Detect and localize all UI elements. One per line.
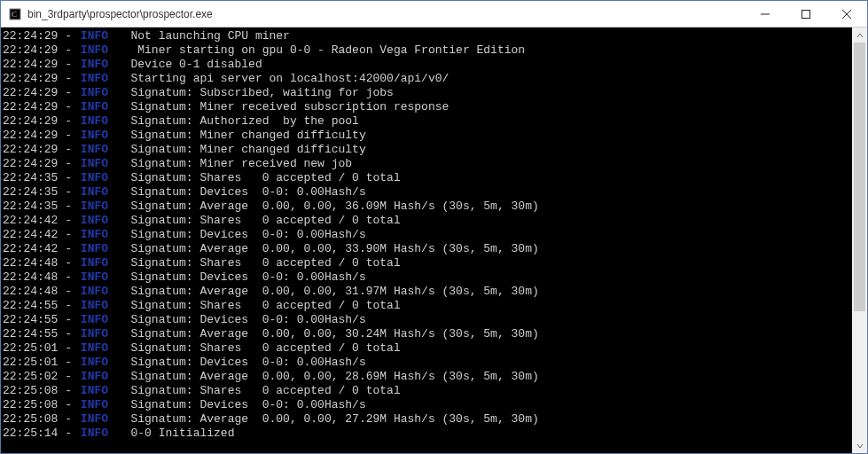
log-level: INFO <box>79 299 110 312</box>
log-message: Signatum: Shares 0 accepted / 0 total <box>124 299 401 312</box>
svg-text:C: C <box>12 10 17 19</box>
log-timestamp: 22:25:08 <box>3 398 58 411</box>
log-timestamp: 22:25:01 <box>3 356 58 369</box>
window-title: bin_3rdparty\prospector\prospector.exe <box>27 8 745 20</box>
log-message: Starting api server on localhost:42000/a… <box>124 72 450 85</box>
log-level: INFO <box>79 356 110 369</box>
log-line: 22:24:55 - INFO Signatum: Average 0.00, … <box>3 327 852 341</box>
log-level: INFO <box>79 100 110 114</box>
log-line: 22:25:01 - INFO Signatum: Shares 0 accep… <box>3 341 852 356</box>
log-separator: - <box>58 72 78 85</box>
scrollbar-thumb[interactable] <box>854 43 865 311</box>
log-line: 22:24:55 - INFO Signatum: Devices 0-0: 0… <box>3 313 852 327</box>
maximize-button[interactable] <box>786 1 826 27</box>
log-separator: - <box>58 157 78 170</box>
log-timestamp: 22:25:08 <box>3 412 58 426</box>
log-separator: - <box>58 200 78 213</box>
log-level: INFO <box>79 214 110 227</box>
log-line: 22:25:08 - INFO Signatum: Shares 0 accep… <box>3 384 852 398</box>
log-timestamp: 22:24:42 <box>3 214 58 227</box>
log-separator: - <box>58 398 78 411</box>
app-icon: C <box>8 7 22 21</box>
log-line: 22:24:35 - INFO Signatum: Average 0.00, … <box>3 200 852 214</box>
log-separator: - <box>58 43 78 57</box>
log-line: 22:24:29 - INFO Signatum: Miner changed … <box>3 143 852 157</box>
log-message: Signatum: Average 0.00, 0.00, 28.69M Has… <box>124 370 539 383</box>
close-button[interactable] <box>826 1 867 27</box>
log-gap <box>110 86 124 99</box>
log-line: 22:25:01 - INFO Signatum: Devices 0-0: 0… <box>3 356 852 370</box>
log-separator: - <box>58 256 78 270</box>
log-timestamp: 22:24:35 <box>3 185 58 199</box>
log-gap <box>110 370 124 383</box>
log-gap <box>110 43 124 57</box>
log-separator: - <box>58 299 78 312</box>
log-line: 22:25:08 - INFO Signatum: Average 0.00, … <box>3 412 852 427</box>
log-separator: - <box>58 356 78 369</box>
log-message: Signatum: Shares 0 accepted / 0 total <box>124 214 401 227</box>
log-timestamp: 22:24:29 <box>3 143 58 156</box>
log-gap <box>110 228 124 241</box>
log-line: 22:24:29 - INFO Miner starting on gpu 0-… <box>3 43 852 58</box>
log-separator: - <box>58 285 78 298</box>
log-message: Signatum: Average 0.00, 0.00, 30.24M Has… <box>124 327 539 340</box>
log-message: Signatum: Shares 0 accepted / 0 total <box>124 341 401 355</box>
log-level: INFO <box>79 200 110 213</box>
log-line: 22:24:35 - INFO Signatum: Shares 0 accep… <box>3 171 852 185</box>
scroll-up-button[interactable] <box>852 27 867 43</box>
log-timestamp: 22:25:08 <box>3 384 58 397</box>
log-message: Signatum: Authorized by the pool <box>124 114 359 128</box>
log-separator: - <box>58 427 78 440</box>
log-line: 22:24:29 - INFO Device 0-1 disabled <box>3 58 852 72</box>
log-timestamp: 22:25:02 <box>3 370 58 383</box>
title-bar[interactable]: C bin_3rdparty\prospector\prospector.exe <box>1 1 867 27</box>
log-message: 0-0 Initialized <box>124 427 235 440</box>
scrollbar-track[interactable] <box>852 43 867 438</box>
log-gap <box>110 285 124 298</box>
log-level: INFO <box>79 370 110 383</box>
log-message: Signatum: Average 0.00, 0.00, 36.09M Has… <box>124 200 539 213</box>
log-timestamp: 22:24:29 <box>3 72 58 85</box>
log-timestamp: 22:24:29 <box>3 86 58 99</box>
log-separator: - <box>58 341 78 355</box>
log-message: Signatum: Miner changed difficulty <box>124 143 366 156</box>
log-level: INFO <box>79 341 110 355</box>
log-timestamp: 22:24:48 <box>3 285 58 298</box>
vertical-scrollbar[interactable] <box>852 27 867 453</box>
log-separator: - <box>58 270 78 284</box>
log-timestamp: 22:24:42 <box>3 242 58 255</box>
log-gap <box>110 29 124 43</box>
svg-rect-3 <box>802 10 810 18</box>
log-level: INFO <box>79 129 110 142</box>
log-gap <box>110 327 124 340</box>
log-separator: - <box>58 313 78 326</box>
log-line: 22:24:48 - INFO Signatum: Devices 0-0: 0… <box>3 270 852 285</box>
log-gap <box>110 100 124 114</box>
scroll-down-button[interactable] <box>852 438 867 453</box>
log-message: Signatum: Shares 0 accepted / 0 total <box>124 171 401 184</box>
log-timestamp: 22:24:48 <box>3 270 58 284</box>
log-gap <box>110 58 124 71</box>
log-level: INFO <box>79 327 110 340</box>
log-line: 22:24:42 - INFO Signatum: Shares 0 accep… <box>3 214 852 228</box>
log-gap <box>110 356 124 369</box>
app-window: C bin_3rdparty\prospector\prospector.exe… <box>0 0 868 454</box>
log-level: INFO <box>79 384 110 397</box>
log-message: Signatum: Miner changed difficulty <box>124 129 366 142</box>
log-line: 22:24:29 - INFO Signatum: Authorized by … <box>3 114 852 129</box>
log-line: 22:24:29 - INFO Not launching CPU miner <box>3 29 852 43</box>
log-timestamp: 22:24:35 <box>3 200 58 213</box>
minimize-button[interactable] <box>745 1 786 27</box>
log-level: INFO <box>79 427 110 440</box>
log-timestamp: 22:25:14 <box>3 427 58 440</box>
log-timestamp: 22:25:01 <box>3 341 58 355</box>
console-output[interactable]: 22:24:29 - INFO Not launching CPU miner2… <box>1 27 852 453</box>
log-level: INFO <box>79 285 110 298</box>
log-separator: - <box>58 129 78 142</box>
log-gap <box>110 114 124 128</box>
log-level: INFO <box>79 313 110 326</box>
log-line: 22:24:48 - INFO Signatum: Shares 0 accep… <box>3 256 852 270</box>
log-gap <box>110 72 124 85</box>
log-message: Signatum: Miner received new job <box>124 157 352 170</box>
log-line: 22:24:48 - INFO Signatum: Average 0.00, … <box>3 285 852 299</box>
